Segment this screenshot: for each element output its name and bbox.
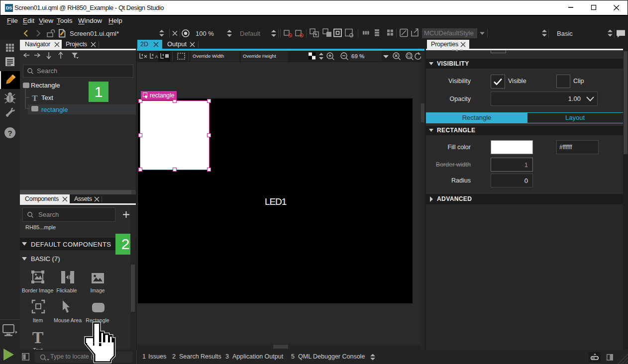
svg-text:?: ?	[7, 129, 12, 137]
svg-text:T: T	[32, 93, 38, 103]
svg-text:T: T	[32, 328, 44, 347]
svg-text:A: A	[155, 54, 158, 59]
